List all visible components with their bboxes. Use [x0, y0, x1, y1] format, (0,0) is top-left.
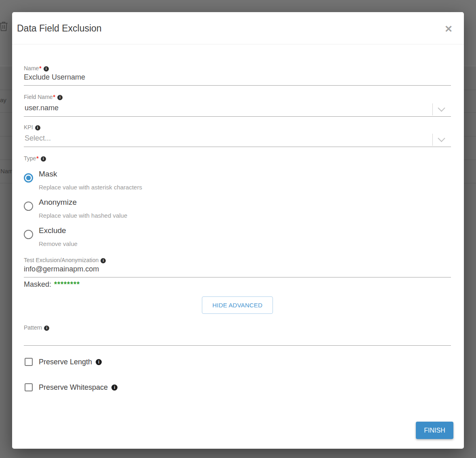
name-label: Name*i [24, 65, 49, 71]
preserve-length-checkbox[interactable] [25, 358, 33, 366]
preserve-whitespace-checkbox[interactable] [25, 383, 33, 391]
required-marker: * [39, 65, 41, 71]
radio-anonymize-label[interactable]: Anonymize [39, 198, 77, 207]
background-text-fragment: Nam [0, 168, 13, 174]
radio-exclude-description: Remove value [39, 240, 78, 247]
info-icon[interactable]: i [96, 359, 102, 365]
radio-exclude[interactable] [24, 230, 33, 239]
radio-mask-description: Replace value with asterisk characters [39, 184, 142, 191]
masked-result: Masked:******** [24, 280, 80, 289]
select-separator [432, 134, 433, 146]
radio-exclude-label[interactable]: Exclude [39, 226, 66, 235]
type-label: Type*i [24, 155, 46, 162]
kpi-input[interactable] [24, 134, 425, 143]
field-name-label: Field Name*i [24, 94, 63, 100]
close-icon[interactable]: ✕ [445, 24, 453, 34]
trash-icon [0, 21, 9, 34]
required-marker: * [53, 94, 55, 100]
dialog-title: Data Field Exclusion [17, 23, 102, 34]
preserve-whitespace-label[interactable]: Preserve Whitespacei [39, 383, 117, 392]
preserve-length-label[interactable]: Preserve Lengthi [39, 358, 102, 366]
data-field-exclusion-dialog: Data Field Exclusion ✕ Name*i Field Name… [12, 12, 464, 449]
kpi-label: KPIi [24, 124, 40, 130]
test-exclusion-input[interactable] [24, 265, 451, 277]
test-exclusion-label: Test Exclusion/Anonymizationi [24, 257, 106, 263]
info-icon[interactable]: i [44, 326, 49, 331]
info-icon[interactable]: i [101, 258, 106, 263]
select-separator [432, 103, 433, 116]
background-text-fragment: ay [0, 97, 6, 103]
field-name-input[interactable] [24, 103, 425, 113]
radio-anonymize[interactable] [24, 202, 33, 211]
radio-mask-label[interactable]: Mask [39, 170, 57, 179]
info-icon[interactable]: i [57, 95, 63, 100]
name-input[interactable] [24, 73, 451, 86]
info-icon[interactable]: i [111, 384, 117, 391]
radio-mask[interactable] [24, 173, 33, 183]
required-marker: * [36, 155, 38, 162]
radio-anonymize-description: Replace value with hashed value [39, 212, 127, 219]
info-icon[interactable]: i [44, 66, 49, 71]
info-icon[interactable]: i [41, 156, 46, 162]
pattern-label: Patterni [24, 324, 49, 331]
field-name-select[interactable] [24, 103, 451, 117]
finish-button[interactable]: FINISH [416, 422, 453, 439]
kpi-select[interactable] [24, 133, 451, 147]
hide-advanced-button[interactable]: HIDE ADVANCED [202, 296, 273, 314]
masked-prefix: Masked: [24, 280, 51, 288]
pattern-input[interactable] [24, 331, 451, 346]
header-divider [12, 44, 464, 44]
masked-value: ******** [54, 280, 80, 288]
chevron-down-icon[interactable] [438, 134, 445, 142]
chevron-down-icon[interactable] [438, 104, 445, 111]
info-icon[interactable]: i [35, 125, 40, 130]
